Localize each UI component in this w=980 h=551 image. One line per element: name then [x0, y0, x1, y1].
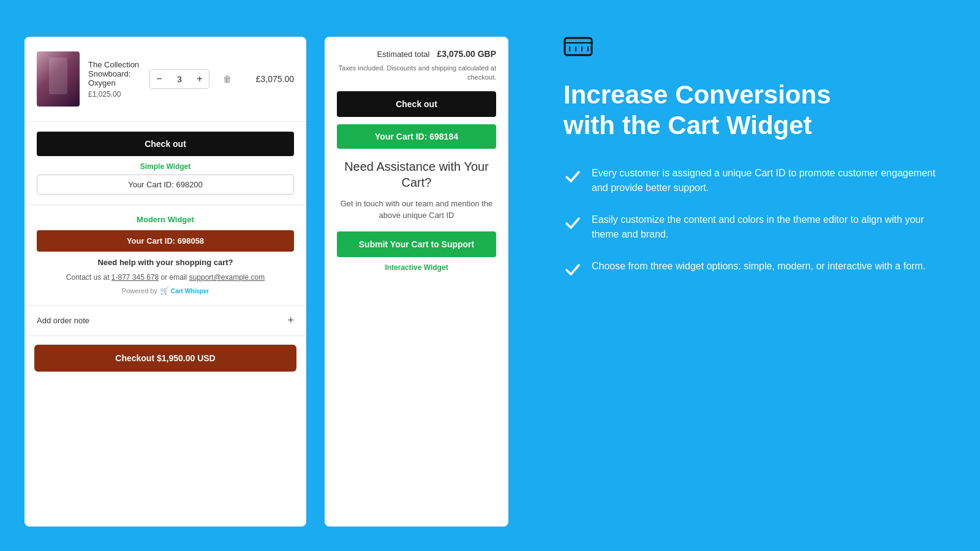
modern-cart-id: Your Cart ID: 698058 [37, 230, 294, 252]
quantity-input[interactable] [168, 75, 190, 84]
tax-note: Taxes included. Discounts and shipping c… [337, 64, 496, 83]
feature-item-2: Easily customize the content and colors … [564, 212, 949, 242]
cart-container: The Collection Snowboard: Oxygen £1,025.… [24, 37, 306, 527]
modern-help-heading: Need help with your shopping cart? [37, 258, 294, 267]
powered-by: Powered by 🛒 Cart Whisper [37, 287, 294, 295]
simple-widget-section: Check out Simple Widget Your Cart ID: 69… [24, 122, 306, 205]
quantity-increase-button[interactable]: + [190, 70, 209, 88]
need-assistance-title: Need Assistance with Your Cart? [337, 159, 496, 190]
estimated-total-value: £3,075.00 GBP [437, 49, 496, 59]
powered-by-label: Powered by [122, 287, 157, 294]
interactive-checkout-button[interactable]: Check out [337, 91, 496, 117]
marketing-headline: Increase Conversions with the Cart Widge… [564, 80, 949, 141]
modern-widget-label: Modern Widget [37, 215, 294, 224]
check-icon-3 [564, 260, 582, 279]
modern-widget-section: Modern Widget Your Cart ID: 698058 Need … [24, 205, 306, 305]
product-name: The Collection Snowboard: Oxygen [88, 60, 141, 88]
simple-cart-id: Your Cart ID: 698200 [37, 174, 294, 195]
check-icon-2 [564, 214, 582, 232]
marketing-panel: Cart Whisper Increase Conversions with t… [533, 0, 980, 551]
simple-checkout-button[interactable]: Check out [37, 132, 294, 156]
feature-text-3: Choose from three widget options: simple… [592, 259, 925, 274]
headline-line2: with the Cart Widget [564, 111, 812, 140]
quantity-decrease-button[interactable]: − [150, 70, 168, 88]
svg-point-2 [582, 57, 586, 61]
delete-item-icon[interactable]: 🗑 [218, 74, 236, 84]
modern-contact-text: Contact us at 1-877 345 678 or email sup… [37, 272, 294, 283]
need-assistance-body: Get in touch with our team and mention t… [337, 198, 496, 222]
submit-cart-button[interactable]: Submit Your Cart to Support [337, 231, 496, 257]
product-price: £1,025.00 [88, 90, 141, 99]
simple-widget-label: Simple Widget [37, 162, 294, 171]
feature-text-1: Every customer is assigned a unique Cart… [592, 166, 949, 195]
line-price: £3,075.00 [245, 74, 294, 84]
email-link[interactable]: support@example.com [189, 273, 265, 282]
add-note-plus-icon[interactable]: + [287, 314, 294, 327]
svg-point-1 [571, 57, 575, 61]
headline-line1: Increase Conversions [564, 80, 831, 109]
interactive-widget-label: Interactive Widget [337, 263, 496, 272]
cart-icon-small: 🛒 [160, 287, 169, 295]
left-panel: The Collection Snowboard: Oxygen £1,025.… [0, 0, 533, 551]
phone-link[interactable]: 1-877 345 678 [111, 273, 159, 282]
check-icon-1 [564, 167, 582, 186]
brand-logo-small: 🛒 Cart Whisper [160, 287, 209, 295]
brand-name-part1: Cart [603, 39, 637, 58]
estimated-total-row: Estimated total £3,075.00 GBP [337, 49, 496, 59]
quantity-control: − + [149, 69, 209, 89]
feature-text-2: Easily customize the content and colors … [592, 212, 949, 242]
brand-header: Cart Whisper [564, 37, 949, 61]
add-order-note-row[interactable]: Add order note + [24, 305, 306, 336]
brand-name-part2: Whisper [637, 39, 709, 58]
interactive-widget-panel: Estimated total £3,075.00 GBP Taxes incl… [325, 37, 508, 527]
feature-list: Every customer is assigned a unique Cart… [564, 166, 949, 279]
feature-item-1: Every customer is assigned a unique Cart… [564, 166, 949, 195]
brand-name: Cart Whisper [603, 39, 709, 59]
product-row: The Collection Snowboard: Oxygen £1,025.… [24, 37, 306, 122]
product-info: The Collection Snowboard: Oxygen £1,025.… [88, 60, 141, 99]
add-order-note-label: Add order note [37, 316, 89, 325]
brand-name-small: Cart Whisper [171, 288, 209, 294]
interactive-cart-id-button[interactable]: Your Cart ID: 698184 [337, 124, 496, 149]
brand-icon [564, 37, 594, 61]
bottom-checkout-button[interactable]: Checkout $1,950.00 USD [34, 345, 296, 372]
estimated-total-label: Estimated total [377, 50, 429, 59]
product-image [37, 51, 80, 107]
feature-item-3: Choose from three widget options: simple… [564, 259, 949, 279]
